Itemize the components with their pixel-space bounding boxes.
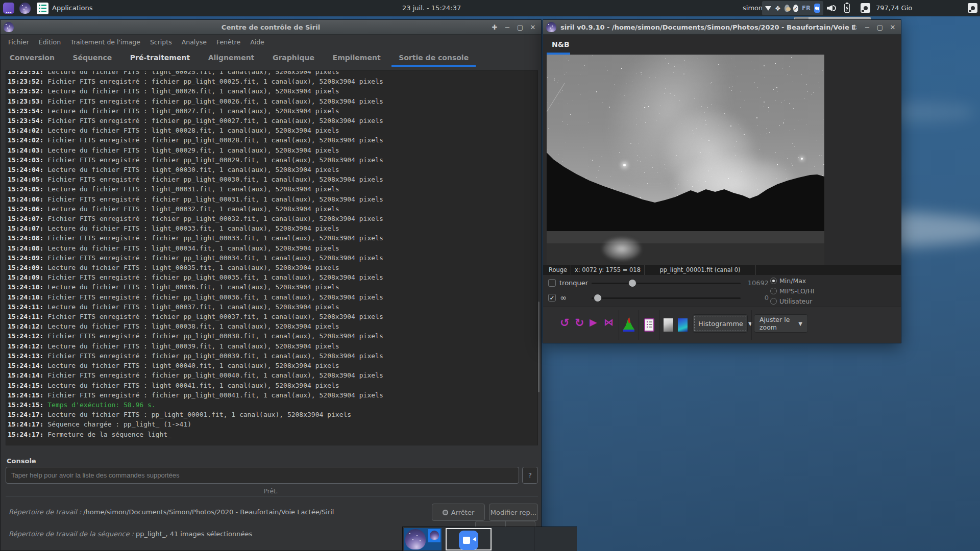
applications-icon[interactable] [37, 3, 48, 14]
left-window-titlebar[interactable]: Centre de contrôle de Siril ✚ ─ ▢ ✕ [1, 20, 541, 35]
keyboard-layout-indicator[interactable]: FR [802, 5, 811, 12]
siril-icon [546, 22, 556, 32]
distro-menu-icon[interactable]: … [3, 3, 14, 14]
display-mode-dropdown[interactable]: Histogramme▼ [693, 314, 748, 333]
light-reflection [602, 237, 641, 260]
menu-analyse[interactable]: Analyse [182, 38, 207, 46]
camera-icon[interactable] [968, 3, 977, 13]
console-section-label: Console [7, 457, 36, 465]
app-indicator-icon[interactable] [785, 5, 790, 12]
shade-button[interactable]: ✚ [491, 23, 499, 31]
stop-button[interactable]: Arrêter [432, 504, 485, 521]
applications-menu[interactable]: Applications [52, 4, 92, 12]
radio-label[interactable]: MIPS-LO/HI [779, 287, 814, 295]
speaker-icon[interactable] [827, 4, 837, 13]
console-log[interactable]: 15:23:51: Lecture du fichier FITS : ligh… [6, 70, 538, 445]
user-name: simon [743, 4, 763, 12]
fits-header-icon[interactable] [644, 318, 654, 332]
taskbar-item-zoom[interactable] [446, 528, 492, 550]
menu--dition[interactable]: Édition [39, 38, 61, 46]
disk-icon[interactable] [861, 3, 870, 13]
zoom-icon[interactable] [814, 4, 820, 13]
log-line: 15:24:08: Fichier FITS enregistré : fich… [8, 233, 537, 243]
console-log-lines: 15:23:51: Lecture du fichier FITS : ligh… [8, 70, 537, 439]
astro-image-view[interactable] [547, 55, 824, 265]
rotate-cw-icon[interactable]: ↻ [575, 316, 584, 329]
modify-directory-button[interactable]: Modifier rep... [489, 504, 538, 521]
hi-value: 10692 [744, 279, 769, 287]
tab-sortie-de-console[interactable]: Sortie de console [391, 49, 476, 67]
tab-pr-traitement[interactable]: Pré-traitement [123, 49, 197, 67]
close-button[interactable]: ✕ [529, 23, 537, 31]
bright-star [801, 158, 803, 160]
zoom-icon [459, 531, 478, 550]
log-line: 15:24:15: Fichier FITS enregistré : fich… [8, 390, 537, 400]
maximize-button[interactable]: ▢ [876, 23, 884, 31]
separator [6, 496, 538, 497]
tab-s-quence[interactable]: Séquence [65, 49, 119, 67]
log-line: 15:23:51: Lecture du fichier FITS : ligh… [8, 70, 537, 77]
shade-button[interactable]: ↑ [850, 23, 859, 31]
menu-fen-tre[interactable]: Fenêtre [216, 38, 240, 46]
log-line: 15:24:17: Séquence chargée : pp_light_ (… [8, 419, 537, 429]
infinity-checkbox[interactable]: ✓ [548, 294, 556, 302]
right-window-titlebar[interactable]: siril v0.9.10 - /home/simon/Documents/Si… [543, 20, 901, 35]
infinity-label: ∞ [560, 293, 567, 303]
dropbox-icon[interactable]: ❖ [775, 5, 781, 12]
minimize-button[interactable]: ─ [863, 23, 871, 31]
menu-aide[interactable]: Aide [250, 38, 264, 46]
tab-bar: ConversionSéquencePré-traitementAligneme… [1, 49, 478, 67]
current-file: pp_light_00001.fit (canal 0) [645, 265, 756, 275]
tab-conversion[interactable]: Conversion [3, 49, 62, 67]
flip-icon[interactable]: ▶ [590, 316, 597, 328]
siril-icon[interactable] [19, 3, 31, 14]
lo-slider-thumb[interactable] [594, 294, 602, 302]
log-line: 15:24:03: Lecture du fichier FITS : ligh… [8, 145, 537, 155]
tab-nb[interactable]: N&B [552, 40, 570, 48]
record-circle-icon [443, 510, 448, 515]
log-line: 15:24:05: Fichier FITS enregistré : fich… [8, 174, 537, 184]
false-color-view-icon[interactable] [678, 318, 688, 332]
rotate-ccw-icon[interactable]: ↺ [560, 316, 569, 329]
menu-scripts[interactable]: Scripts [150, 38, 172, 46]
radio-label[interactable]: Utilisateur [779, 297, 812, 305]
tab-alignement[interactable]: Alignement [201, 49, 262, 67]
radio-utilisateur[interactable] [770, 298, 777, 305]
minimize-button[interactable]: ─ [503, 23, 511, 31]
close-button[interactable]: ✕ [889, 23, 897, 31]
mirror-icon[interactable]: ⋈ [604, 316, 614, 328]
log-line: 15:24:12: Fichier FITS enregistré : fich… [8, 331, 537, 341]
negative-view-icon[interactable] [664, 318, 673, 332]
truncate-checkbox[interactable] [548, 279, 556, 287]
window-title: siril v0.9.10 - /home/simon/Documents/Si… [560, 23, 856, 31]
adjust-zoom-button[interactable]: Ajuster le zoom▼ [754, 314, 808, 333]
radio-label[interactable]: Min/Max [779, 277, 806, 285]
maximize-button[interactable]: ▢ [516, 23, 524, 31]
log-line: 15:23:52: Fichier FITS enregistré : fich… [8, 77, 537, 86]
help-button[interactable]: ? [522, 467, 538, 484]
taskbar-item-siril-secondary[interactable] [428, 529, 440, 542]
image-toolbar: ↺ ↻ ▶ ⋈ Histogramme▼ [543, 307, 901, 343]
hi-slider[interactable] [592, 283, 741, 284]
log-line: 15:23:54: Lecture du fichier FITS : ligh… [8, 106, 537, 116]
panel-clock[interactable]: 23 juil. - 15:24:37 [402, 4, 461, 12]
taskbar-item-siril[interactable] [404, 528, 442, 550]
channel-indicator: Rouge [543, 265, 571, 275]
hi-slider-thumb[interactable] [628, 279, 636, 287]
siril-icon [430, 531, 439, 540]
battery-icon[interactable] [844, 4, 850, 13]
tab-graphique[interactable]: Graphique [265, 49, 322, 67]
radio-mips-lo-hi[interactable] [770, 288, 777, 294]
command-input[interactable] [6, 467, 519, 484]
radio-min-max[interactable] [770, 278, 777, 284]
log-line: 15:24:15: Temps d'exécution: 58.96 s. [8, 400, 537, 410]
log-line: 15:23:53: Fichier FITS enregistré : fich… [8, 96, 537, 106]
histogram-icon[interactable] [623, 317, 634, 332]
log-scrollbar[interactable] [538, 302, 540, 392]
network-icon[interactable] [765, 6, 771, 11]
menu-traitement-de-l-image[interactable]: Traitement de l'image [70, 38, 140, 46]
menu-fichier[interactable]: Fichier [8, 38, 29, 46]
check-badge-icon[interactable]: ✓ [793, 5, 798, 12]
tab-empilement[interactable]: Empilement [326, 49, 388, 67]
lo-slider[interactable] [592, 297, 741, 299]
